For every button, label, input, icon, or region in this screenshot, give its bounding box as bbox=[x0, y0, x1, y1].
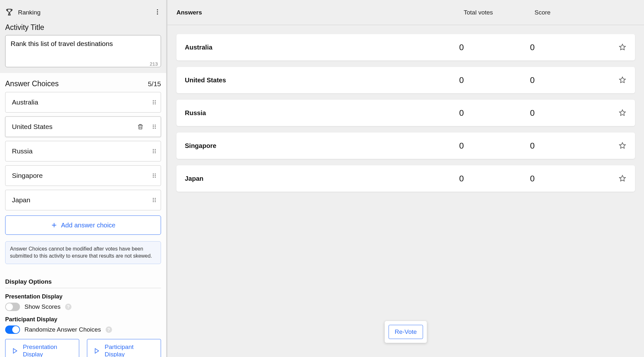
answer-choice-text[interactable]: Australia bbox=[12, 98, 152, 106]
presentation-display-button-label: Presentation Display bbox=[23, 343, 73, 357]
answer-result-row: Russia00 bbox=[176, 100, 635, 126]
randomize-row: Randomize Answer Choices ? bbox=[5, 325, 161, 334]
svg-point-6 bbox=[155, 102, 156, 103]
participant-display-button-label: Participant Display bbox=[105, 343, 155, 357]
answer-votes: 0 bbox=[459, 42, 530, 52]
svg-point-16 bbox=[155, 149, 156, 150]
activity-title-input[interactable] bbox=[5, 35, 161, 67]
display-options-section: Display Options Presentation Display Sho… bbox=[5, 278, 161, 357]
svg-point-10 bbox=[155, 125, 156, 126]
svg-point-28 bbox=[155, 198, 156, 199]
answer-score: 0 bbox=[530, 141, 614, 151]
answer-choice-row[interactable]: Australia bbox=[5, 92, 161, 113]
show-scores-toggle[interactable] bbox=[5, 303, 20, 311]
svg-point-26 bbox=[155, 177, 156, 178]
svg-point-21 bbox=[153, 174, 154, 175]
star-icon[interactable] bbox=[614, 43, 627, 51]
results-panel: Answers Total votes Score Australia00Uni… bbox=[167, 0, 644, 357]
answer-votes: 0 bbox=[459, 75, 530, 85]
participant-display-button[interactable]: Participant Display bbox=[87, 339, 161, 357]
answer-choice-row[interactable]: Singapore bbox=[5, 165, 161, 186]
sidebar-top-section: Ranking Activity Title 213 bbox=[0, 0, 166, 73]
help-icon[interactable]: ? bbox=[65, 304, 71, 310]
svg-point-3 bbox=[153, 100, 154, 101]
answer-choice-row[interactable]: United States bbox=[5, 116, 161, 137]
star-icon[interactable] bbox=[614, 109, 627, 117]
star-icon[interactable] bbox=[614, 142, 627, 150]
star-icon[interactable] bbox=[614, 76, 627, 84]
add-choice-label: Add answer choice bbox=[61, 222, 116, 229]
answer-score: 0 bbox=[530, 108, 614, 118]
answer-choice-text[interactable]: Singapore bbox=[12, 172, 152, 179]
show-scores-label: Show Scores bbox=[24, 303, 61, 310]
participant-display-title: Participant Display bbox=[5, 316, 161, 323]
drag-handle-icon[interactable] bbox=[152, 100, 157, 105]
svg-point-14 bbox=[155, 128, 156, 129]
answer-name: Australia bbox=[185, 44, 459, 51]
sidebar-body: Answer Choices 5/15 AustraliaUnited Stat… bbox=[0, 73, 166, 357]
svg-point-32 bbox=[155, 201, 156, 202]
editor-sidebar: Ranking Activity Title 213 Answer Choice… bbox=[0, 0, 167, 357]
answer-choices-header: Answer Choices 5/15 bbox=[5, 79, 161, 88]
randomize-label: Randomize Answer Choices bbox=[24, 326, 101, 333]
svg-point-25 bbox=[153, 177, 154, 178]
answer-choice-text[interactable]: Japan bbox=[12, 196, 152, 204]
answer-result-row: United States00 bbox=[176, 67, 635, 93]
answer-choices-info: Answer Choices cannot be modified after … bbox=[5, 241, 161, 264]
header-total-votes: Total votes bbox=[464, 9, 535, 16]
answer-result-row: Japan00 bbox=[176, 165, 635, 192]
randomize-toggle[interactable] bbox=[5, 325, 20, 334]
svg-point-9 bbox=[153, 125, 154, 126]
answer-name: Japan bbox=[185, 175, 459, 182]
svg-point-0 bbox=[157, 9, 158, 10]
svg-point-24 bbox=[155, 175, 156, 176]
svg-point-2 bbox=[157, 14, 158, 14]
trophy-icon bbox=[5, 8, 14, 17]
svg-point-5 bbox=[153, 102, 154, 103]
presentation-display-title: Presentation Display bbox=[5, 293, 161, 300]
activity-header: Ranking bbox=[5, 8, 161, 17]
star-icon[interactable] bbox=[614, 174, 627, 183]
char-remaining-counter: 213 bbox=[150, 61, 158, 67]
answer-result-row: Singapore00 bbox=[176, 133, 635, 159]
answer-choices-list: AustraliaUnited StatesRussiaSingaporeJap… bbox=[5, 92, 161, 214]
drag-handle-icon[interactable] bbox=[152, 197, 157, 203]
answer-results-list: Australia00United States00Russia00Singap… bbox=[167, 25, 644, 198]
show-scores-row: Show Scores ? bbox=[5, 303, 161, 311]
svg-point-13 bbox=[153, 128, 154, 129]
display-options-title: Display Options bbox=[5, 278, 161, 288]
svg-point-23 bbox=[153, 175, 154, 176]
svg-point-8 bbox=[155, 104, 156, 105]
presentation-display-button[interactable]: Presentation Display bbox=[5, 339, 79, 357]
answer-votes: 0 bbox=[459, 141, 530, 151]
drag-handle-icon[interactable] bbox=[152, 124, 157, 129]
drag-handle-icon[interactable] bbox=[152, 173, 157, 178]
svg-point-20 bbox=[155, 152, 156, 153]
help-icon[interactable]: ? bbox=[106, 326, 112, 333]
answer-choices-count: 5/15 bbox=[148, 80, 161, 88]
activity-title-label: Activity Title bbox=[5, 23, 161, 32]
answer-name: United States bbox=[185, 77, 459, 84]
svg-point-4 bbox=[155, 100, 156, 101]
revote-button[interactable]: Re-Vote bbox=[389, 325, 423, 339]
answer-choice-row[interactable]: Russia bbox=[5, 141, 161, 161]
svg-point-27 bbox=[153, 198, 154, 199]
answer-choices-label: Answer Choices bbox=[5, 79, 59, 88]
svg-point-7 bbox=[153, 104, 154, 105]
answer-choice-text[interactable]: Russia bbox=[12, 147, 152, 155]
answer-score: 0 bbox=[530, 42, 614, 52]
svg-point-19 bbox=[153, 152, 154, 153]
results-header: Answers Total votes Score bbox=[167, 0, 644, 25]
answer-choice-text[interactable]: United States bbox=[12, 123, 137, 131]
svg-point-31 bbox=[153, 201, 154, 202]
svg-point-29 bbox=[153, 200, 154, 201]
svg-point-18 bbox=[155, 151, 156, 152]
drag-handle-icon[interactable] bbox=[152, 149, 157, 154]
svg-point-11 bbox=[153, 126, 154, 127]
svg-point-17 bbox=[153, 151, 154, 152]
more-options-icon[interactable] bbox=[154, 8, 161, 17]
activity-type-label: Ranking bbox=[18, 9, 41, 16]
answer-choice-row[interactable]: Japan bbox=[5, 190, 161, 210]
delete-choice-icon[interactable] bbox=[137, 123, 144, 130]
add-answer-choice-button[interactable]: Add answer choice bbox=[5, 215, 161, 235]
